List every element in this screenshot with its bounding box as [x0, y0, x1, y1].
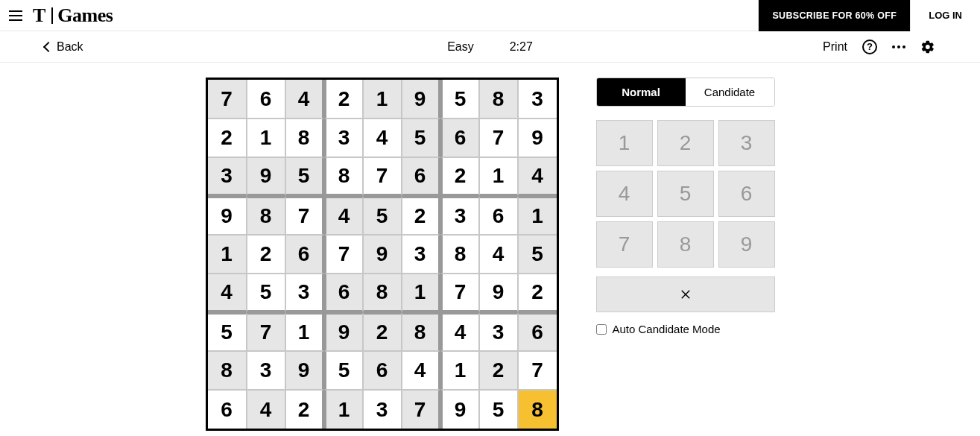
sudoku-cell[interactable]: 6 [518, 312, 557, 351]
erase-button[interactable] [596, 277, 775, 312]
sudoku-cell[interactable]: 1 [208, 235, 247, 274]
sudoku-cell[interactable]: 3 [402, 235, 440, 274]
print-button[interactable]: Print [823, 40, 847, 54]
keypad-8[interactable]: 8 [657, 221, 714, 268]
keypad-2[interactable]: 2 [657, 120, 714, 166]
keypad-1[interactable]: 1 [596, 120, 653, 166]
sudoku-cell[interactable]: 5 [518, 235, 557, 274]
sudoku-cell[interactable]: 3 [440, 196, 479, 235]
sudoku-cell[interactable]: 2 [285, 390, 324, 429]
sudoku-cell[interactable]: 7 [247, 312, 285, 351]
subscribe-button[interactable]: SUBSCRIBE FOR 60% OFF [758, 0, 910, 31]
sudoku-cell[interactable]: 6 [285, 235, 324, 274]
keypad-9[interactable]: 9 [718, 221, 775, 268]
sudoku-cell[interactable]: 9 [402, 80, 440, 119]
sudoku-cell[interactable]: 7 [440, 274, 479, 312]
sudoku-cell[interactable]: 1 [402, 274, 440, 312]
sudoku-cell[interactable]: 8 [324, 157, 363, 196]
sudoku-cell[interactable]: 6 [324, 274, 363, 312]
sudoku-cell[interactable]: 9 [363, 235, 402, 274]
sudoku-cell[interactable]: 2 [402, 196, 440, 235]
sudoku-cell[interactable]: 6 [440, 119, 479, 157]
sudoku-cell[interactable]: 1 [324, 390, 363, 429]
sudoku-cell[interactable]: 9 [518, 119, 557, 157]
sudoku-cell[interactable]: 3 [247, 351, 285, 390]
sudoku-cell[interactable]: 1 [363, 80, 402, 119]
sudoku-cell[interactable]: 8 [440, 235, 479, 274]
sudoku-cell[interactable]: 7 [363, 157, 402, 196]
sudoku-cell[interactable]: 3 [285, 274, 324, 312]
sudoku-cell[interactable]: 3 [363, 390, 402, 429]
sudoku-cell[interactable]: 2 [518, 274, 557, 312]
sudoku-cell[interactable]: 9 [208, 196, 247, 235]
auto-candidate-toggle[interactable]: Auto Candidate Mode [596, 323, 775, 335]
keypad-6[interactable]: 6 [718, 171, 775, 217]
sudoku-cell[interactable]: 4 [247, 390, 285, 429]
sudoku-cell[interactable]: 5 [363, 196, 402, 235]
sudoku-cell[interactable]: 3 [208, 157, 247, 196]
keypad-7[interactable]: 7 [596, 221, 653, 268]
sudoku-cell[interactable]: 3 [479, 312, 518, 351]
sudoku-cell[interactable]: 5 [247, 274, 285, 312]
sudoku-cell[interactable]: 7 [208, 80, 247, 119]
sudoku-cell[interactable]: 9 [285, 351, 324, 390]
auto-candidate-checkbox[interactable] [596, 324, 607, 335]
sudoku-cell[interactable]: 8 [479, 80, 518, 119]
sudoku-cell[interactable]: 8 [363, 274, 402, 312]
more-icon[interactable] [892, 45, 905, 48]
sudoku-cell[interactable]: 5 [324, 351, 363, 390]
sudoku-cell[interactable]: 4 [324, 196, 363, 235]
sudoku-cell[interactable]: 3 [518, 80, 557, 119]
sudoku-cell[interactable]: 4 [479, 235, 518, 274]
sudoku-cell[interactable]: 2 [324, 80, 363, 119]
sudoku-cell[interactable]: 6 [208, 390, 247, 429]
sudoku-cell[interactable]: 7 [479, 119, 518, 157]
sudoku-cell[interactable]: 4 [402, 351, 440, 390]
back-button[interactable]: Back [45, 40, 83, 54]
login-button[interactable]: LOG IN [910, 0, 980, 31]
sudoku-cell[interactable]: 8 [247, 196, 285, 235]
sudoku-cell[interactable]: 2 [363, 312, 402, 351]
sudoku-cell[interactable]: 6 [363, 351, 402, 390]
sudoku-cell[interactable]: 4 [208, 274, 247, 312]
help-icon[interactable]: ? [862, 40, 877, 54]
sudoku-cell[interactable]: 1 [518, 196, 557, 235]
sudoku-cell[interactable]: 6 [247, 80, 285, 119]
sudoku-cell[interactable]: 4 [285, 80, 324, 119]
sudoku-cell[interactable]: 8 [402, 312, 440, 351]
sudoku-cell[interactable]: 7 [285, 196, 324, 235]
sudoku-cell[interactable]: 5 [208, 312, 247, 351]
sudoku-cell[interactable]: 9 [324, 312, 363, 351]
sudoku-cell[interactable]: 8 [285, 119, 324, 157]
sudoku-cell[interactable]: 1 [285, 312, 324, 351]
sudoku-cell[interactable]: 2 [247, 235, 285, 274]
sudoku-cell[interactable]: 8 [208, 351, 247, 390]
sudoku-cell[interactable]: 9 [479, 274, 518, 312]
sudoku-cell[interactable]: 2 [479, 351, 518, 390]
sudoku-cell[interactable]: 7 [518, 351, 557, 390]
sudoku-cell[interactable]: 9 [440, 390, 479, 429]
sudoku-cell[interactable]: 5 [479, 390, 518, 429]
sudoku-cell[interactable]: 4 [518, 157, 557, 196]
sudoku-cell[interactable]: 5 [440, 80, 479, 119]
sudoku-cell[interactable]: 2 [208, 119, 247, 157]
sudoku-cell[interactable]: 7 [402, 390, 440, 429]
keypad-5[interactable]: 5 [657, 171, 714, 217]
sudoku-cell[interactable]: 8 [518, 390, 557, 429]
menu-icon[interactable] [9, 7, 25, 24]
sudoku-cell[interactable]: 1 [440, 351, 479, 390]
mode-normal-button[interactable]: Normal [597, 78, 686, 106]
sudoku-cell[interactable]: 6 [479, 196, 518, 235]
sudoku-cell[interactable]: 5 [285, 157, 324, 196]
sudoku-cell[interactable]: 1 [479, 157, 518, 196]
sudoku-cell[interactable]: 6 [402, 157, 440, 196]
sudoku-cell[interactable]: 5 [402, 119, 440, 157]
sudoku-cell[interactable]: 1 [247, 119, 285, 157]
gear-icon[interactable] [920, 40, 935, 54]
sudoku-cell[interactable]: 2 [440, 157, 479, 196]
sudoku-cell[interactable]: 3 [324, 119, 363, 157]
keypad-3[interactable]: 3 [718, 120, 775, 166]
sudoku-cell[interactable]: 9 [247, 157, 285, 196]
keypad-4[interactable]: 4 [596, 171, 653, 217]
sudoku-cell[interactable]: 7 [324, 235, 363, 274]
